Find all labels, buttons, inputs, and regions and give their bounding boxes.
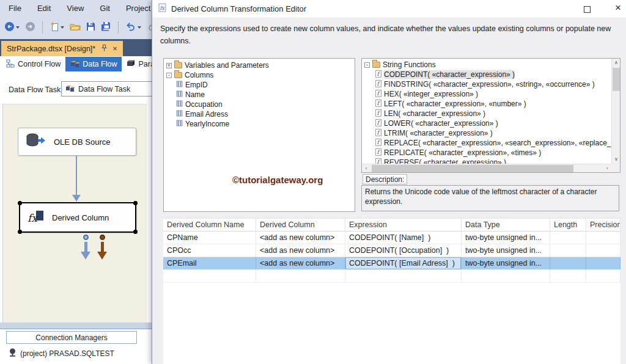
grid-cell[interactable] xyxy=(550,244,586,257)
horizontal-scrollbar[interactable]: ‹ › xyxy=(362,164,611,172)
function-item[interactable]: fLTRIM( «character_expression» ) xyxy=(362,128,611,138)
grid-row[interactable]: CPOcc<add as new column>CODEPOINT( [Occu… xyxy=(163,244,620,257)
scroll-up-icon[interactable]: ∧ xyxy=(612,59,620,67)
scroll-down-icon[interactable]: ∨ xyxy=(612,155,620,164)
grid-header-cell[interactable]: Derived Column xyxy=(256,219,345,231)
grid-cell[interactable] xyxy=(586,270,620,282)
menu-view[interactable]: View xyxy=(67,4,84,13)
designer-scrollbar[interactable] xyxy=(0,322,152,329)
connection-manager-item[interactable]: (project) PRASAD.SQLTEST xyxy=(9,348,114,359)
tree-item-yearlyincome[interactable]: YearlyIncome xyxy=(164,119,355,129)
back-button[interactable] xyxy=(3,20,21,35)
data-flow-task-combo[interactable]: Data Flow Task xyxy=(61,81,166,96)
function-item[interactable]: fCODEPOINT( «character_expression» ) xyxy=(362,70,611,79)
grid-cell[interactable]: <add as new column> xyxy=(256,231,345,244)
function-item[interactable]: fLOWER( «character_expression» ) xyxy=(362,118,611,128)
dialog-title-bar[interactable]: fx Derived Column Transformation Editor … xyxy=(152,0,626,18)
grid-row[interactable]: CPName<add as new column>CODEPOINT( [Nam… xyxy=(163,231,620,244)
grid-cell[interactable] xyxy=(586,244,620,257)
grid-cell[interactable]: <add as new column> xyxy=(256,257,345,269)
grid-header-cell[interactable]: Expression xyxy=(345,219,462,231)
grid-cell[interactable]: two-byte unsigned in... xyxy=(462,231,550,244)
grid-cell[interactable]: two-byte unsigned in... xyxy=(462,257,550,269)
grid-cell[interactable] xyxy=(550,270,586,282)
grid-row[interactable]: CPEmail<add as new column>CODEPOINT( [Em… xyxy=(163,257,620,270)
error-output-arrow[interactable] xyxy=(101,242,104,252)
menu-edit[interactable]: Edit xyxy=(37,4,51,13)
selection-handle[interactable] xyxy=(18,201,22,205)
document-tab[interactable]: StrPackage.dtsx [Design]* × xyxy=(1,41,123,56)
expander-icon[interactable]: - xyxy=(166,73,172,78)
undo-dropdown-icon[interactable] xyxy=(138,26,141,29)
grid-cell[interactable]: CODEPOINT( [Email Adress] ) xyxy=(345,257,462,269)
function-item[interactable]: fREPLICATE( «character_expression», «tim… xyxy=(362,148,611,158)
grid-cell[interactable]: CPName xyxy=(163,231,256,244)
function-item[interactable]: fREPLACE( «character_expression», «searc… xyxy=(362,138,611,148)
menu-git[interactable]: Git xyxy=(100,4,110,13)
function-item[interactable]: fREVERSE( «character_expression» ) xyxy=(362,158,611,164)
selection-handle[interactable] xyxy=(133,230,138,234)
vertical-scrollbar[interactable]: ∧ ∨ xyxy=(611,59,620,164)
grid-cell[interactable]: CPOcc xyxy=(163,244,256,257)
function-item[interactable]: fFINDSTRING( «character_expression», «st… xyxy=(362,79,611,89)
node-derived-column[interactable]: fx Derived Column xyxy=(19,202,136,233)
grid-header-cell[interactable]: Precision xyxy=(586,219,620,231)
tab-close-icon[interactable]: × xyxy=(112,45,117,53)
grid-cell[interactable] xyxy=(550,257,586,269)
open-folder-button[interactable] xyxy=(68,21,82,35)
tab-control-flow[interactable]: Control Flow xyxy=(1,57,65,71)
selection-handle[interactable] xyxy=(133,201,138,205)
pin-icon[interactable] xyxy=(101,44,107,54)
function-item[interactable]: fLEFT( «character_expression», «number» … xyxy=(362,99,611,109)
function-item[interactable]: fHEX( «integer_expression» ) xyxy=(362,89,611,99)
tree-item-name[interactable]: Name xyxy=(164,90,355,100)
tree-item-email-adress[interactable]: Email Adress xyxy=(164,109,355,119)
menu-project[interactable]: Project xyxy=(126,4,150,13)
grid-cell[interactable] xyxy=(345,270,462,282)
grid-cell[interactable]: <add as new column> xyxy=(256,244,345,257)
save-all-button[interactable] xyxy=(100,20,112,35)
grid-header-cell[interactable]: Derived Column Name xyxy=(163,219,256,231)
grid-header-cell[interactable]: Length xyxy=(550,219,586,231)
scroll-right-icon[interactable]: › xyxy=(603,164,611,173)
vertical-scroll-thumb[interactable] xyxy=(613,68,620,91)
tree-item-variables-and-parameters[interactable]: +Variables and Parameters xyxy=(164,60,355,70)
grid-cell[interactable]: CODEPOINT( [Name] ) xyxy=(345,231,462,244)
scroll-left-icon[interactable]: ‹ xyxy=(362,164,370,173)
grid-cell[interactable] xyxy=(163,270,256,282)
undo-button[interactable] xyxy=(124,20,142,35)
grid-row[interactable] xyxy=(163,270,620,283)
back-dropdown-icon[interactable] xyxy=(16,26,20,29)
function-item[interactable]: fLEN( «character_expression» ) xyxy=(362,109,611,118)
grid-cell[interactable]: CPEmail xyxy=(163,257,256,269)
new-project-button[interactable] xyxy=(48,20,65,35)
expander-icon[interactable]: - xyxy=(364,62,370,68)
connection-managers-header[interactable]: Connection Managers xyxy=(6,331,137,344)
grid-cell[interactable] xyxy=(586,257,620,269)
grid-cell[interactable] xyxy=(256,270,345,282)
grid-cell[interactable]: two-byte unsigned in... xyxy=(462,244,550,257)
functions-root[interactable]: -String Functions xyxy=(362,60,611,70)
output-arrow[interactable] xyxy=(84,242,87,252)
grid-cell[interactable]: CODEPOINT( [Occupation] ) xyxy=(345,244,462,257)
save-button[interactable] xyxy=(85,21,97,35)
design-surface[interactable]: OLE DB Source fx Derived Column xyxy=(2,104,147,322)
close-button[interactable]: × xyxy=(611,2,625,14)
forward-button[interactable] xyxy=(24,20,37,35)
output-connector-icon[interactable] xyxy=(83,235,89,240)
grid-cell[interactable] xyxy=(586,231,620,244)
tree-item-empid[interactable]: EmpID xyxy=(164,80,355,90)
grid-cell[interactable] xyxy=(462,270,550,282)
node-ole-db-source[interactable]: OLE DB Source xyxy=(18,128,136,156)
error-output-connector-icon[interactable] xyxy=(100,235,105,240)
expander-icon[interactable]: + xyxy=(166,63,172,68)
maximize-button[interactable] xyxy=(584,6,591,13)
horizontal-scroll-thumb[interactable] xyxy=(372,165,573,172)
grid-header-cell[interactable]: Data Type xyxy=(462,219,550,231)
new-project-dropdown-icon[interactable] xyxy=(61,26,64,29)
selection-handle[interactable] xyxy=(18,230,22,234)
grid-cell[interactable] xyxy=(550,231,586,244)
tree-item-columns[interactable]: -Columns xyxy=(164,70,355,80)
tree-item-occupation[interactable]: Occupation xyxy=(164,100,355,109)
tab-data-flow[interactable]: Data Flow xyxy=(65,57,122,71)
